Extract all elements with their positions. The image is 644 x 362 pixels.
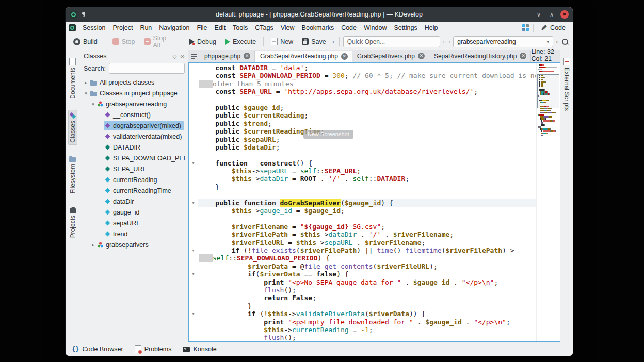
close-button[interactable]: ✕ — [560, 10, 569, 19]
menu-help[interactable]: Help — [421, 23, 442, 32]
save-dropdown-chevron[interactable]: › — [331, 38, 335, 45]
tree-item-label: currentReading — [113, 176, 157, 184]
close-icon[interactable]: ✕ — [341, 53, 348, 60]
close-panel-icon[interactable]: ⊗ — [180, 53, 185, 60]
minimize-button[interactable]: ∨ — [535, 10, 543, 19]
expander-expanded-icon[interactable]: ▾ — [90, 102, 96, 107]
code-line-content: $riverFilename = "${gauge_id}-SG.csv"; — [198, 223, 536, 231]
tree-item[interactable]: trend — [81, 228, 186, 239]
menu-edit[interactable]: Edit — [211, 23, 230, 32]
search-input[interactable]: grabsepariverreading▾ — [453, 36, 553, 47]
tab-label: Classes — [69, 121, 76, 143]
menu-view[interactable]: View — [277, 23, 298, 32]
execute-button[interactable]: Execute — [221, 37, 260, 47]
save-button[interactable]: Save — [298, 37, 330, 47]
toolview-konsole[interactable]: Konsole — [183, 345, 216, 353]
menu-tools[interactable]: Tools — [229, 23, 251, 32]
menu-bookmarks[interactable]: Bookmarks — [298, 23, 338, 32]
fold-arrow-icon[interactable]: ▾ — [189, 270, 198, 278]
code-line: } — [189, 183, 536, 191]
menu-project[interactable]: Project — [109, 23, 136, 32]
new-button[interactable]: New — [267, 36, 297, 47]
tree-item[interactable]: ▾Classes in project phppage — [81, 88, 186, 98]
fold-arrow-icon[interactable]: ▾ — [189, 159, 198, 167]
tree-item[interactable]: ▸grabseparivers — [81, 239, 186, 250]
fold-arrow-icon[interactable]: ▾ — [189, 246, 198, 254]
toolview-code-browser[interactable]: {} Code Browser — [72, 345, 123, 353]
search-icon[interactable] — [561, 38, 569, 45]
build-button[interactable]: Build — [70, 37, 101, 47]
titlebar[interactable]: default: phppage - [ phppage:GrabSepaRiv… — [66, 7, 573, 22]
sidebar-tab-projects[interactable]: Projects — [68, 205, 77, 240]
tree-item[interactable]: SEPA_DOWNLOAD_PERIOD — [81, 153, 186, 163]
sidebar-tab-filesystem[interactable]: Filesystem — [68, 153, 77, 196]
menu-ctags[interactable]: CTags — [251, 23, 277, 32]
document-list-icon[interactable] — [188, 52, 200, 62]
code-area-button[interactable]: Code — [538, 23, 569, 32]
tab-grabseparivers[interactable]: GrabSepaRivers.php✕ — [352, 51, 429, 62]
tree-item[interactable]: DATADIR — [81, 142, 186, 153]
debug-button[interactable]: Debug — [186, 37, 220, 47]
fold-arrow-icon[interactable]: ▾ — [189, 199, 198, 207]
toolbar-extension-chevron[interactable]: › — [555, 38, 559, 45]
tree-item[interactable]: currentReading — [81, 174, 186, 185]
close-icon[interactable]: ✕ — [244, 53, 250, 59]
gutter-cell — [189, 151, 198, 159]
menu-window[interactable]: Window — [360, 23, 390, 32]
sidebar-tab-external-scripts[interactable]: External Scripts — [562, 55, 571, 113]
stop-icon — [112, 38, 119, 45]
tree-item[interactable]: validateriverdata(mixed) — [81, 131, 186, 142]
quick-open-input[interactable]: Quick Open... — [343, 36, 441, 47]
editor-area[interactable]: const DATADIR = 'data'; const SEPA_DOWNL… — [188, 62, 560, 342]
sidebar-tab-documents[interactable]: Documents — [68, 55, 77, 102]
tree-item[interactable]: SEPA_URL — [81, 163, 186, 174]
code-line-content: public $gauge_id; — [198, 104, 536, 111]
menu-file[interactable]: File — [193, 23, 211, 32]
tree-item[interactable]: dataDir — [81, 196, 186, 207]
tree-item[interactable]: sepaURL — [81, 218, 186, 228]
detach-panel-icon[interactable]: ◇ — [172, 53, 176, 60]
code-area[interactable]: const DATADIR = 'data'; const SEPA_DOWNL… — [189, 63, 536, 341]
gutter-cell — [189, 64, 198, 72]
stop-all-button[interactable]: Stop All — [140, 33, 179, 51]
code-line-content: older than 5 minutes — [198, 80, 536, 88]
tab-grabsepariverreading[interactable]: GrabSepaRiverReading.php✕ — [255, 51, 352, 62]
minimap-viewport[interactable] — [537, 74, 559, 108]
history-back-button[interactable]: ‹ — [442, 38, 446, 45]
toolview-problems[interactable]: Problems — [135, 345, 172, 353]
maximize-button[interactable]: ∧ — [548, 10, 556, 19]
tree-item-main: trend — [104, 229, 131, 239]
close-icon[interactable]: ✕ — [520, 53, 526, 59]
fold-arrow-icon[interactable]: ▾ — [189, 310, 198, 318]
expander-expanded-icon[interactable]: ▾ — [83, 91, 89, 96]
expander-collapsed-icon[interactable]: ▸ — [83, 80, 89, 85]
code-line: $this->dataDir = ROOT . '/' . self::DATA… — [189, 175, 536, 183]
area-switcher-icon[interactable] — [522, 24, 529, 31]
gutter-cell — [189, 127, 198, 135]
code-line: print "<p>Empty file downloaded for " . … — [189, 318, 536, 326]
sidebar-tab-classes[interactable]: Classes — [68, 110, 77, 145]
minimap[interactable] — [536, 63, 560, 341]
tree-item[interactable]: ▾grabsepariverreading — [81, 98, 186, 109]
close-icon[interactable]: ✕ — [418, 53, 425, 59]
tree-item[interactable]: gauge_id — [81, 207, 186, 218]
tree-item[interactable]: ▸All projects classes — [81, 77, 186, 88]
stop-button[interactable]: Stop — [109, 37, 139, 47]
menu-code[interactable]: Code — [337, 23, 360, 32]
expander-collapsed-icon[interactable]: ▸ — [90, 242, 96, 248]
tree-item[interactable]: dograbsepariver(mixed) — [81, 120, 186, 131]
menu-run[interactable]: Run — [136, 23, 155, 32]
classes-search-input[interactable] — [109, 63, 185, 74]
menu-navigation[interactable]: Navigation — [155, 23, 193, 32]
menu-settings[interactable]: Settings — [391, 23, 421, 32]
tab-phppage[interactable]: phppage.php✕ — [200, 51, 255, 62]
classes-tree[interactable]: ▸All projects classes▾Classes in project… — [81, 77, 186, 342]
tab-separiverreadinghistory[interactable]: SepaRiverReadingHistory.php✕ — [429, 51, 532, 62]
code-line: print "<p>No SEPA gauge data for " . $ga… — [189, 278, 536, 286]
history-forward-button[interactable]: › — [447, 38, 452, 45]
menu-session[interactable]: Session — [79, 23, 109, 32]
code-line — [189, 96, 536, 104]
tree-item[interactable]: __construct() — [81, 109, 186, 120]
tree-item[interactable]: currentReadingTime — [81, 185, 186, 196]
code-line-content: flush(); — [198, 334, 536, 341]
